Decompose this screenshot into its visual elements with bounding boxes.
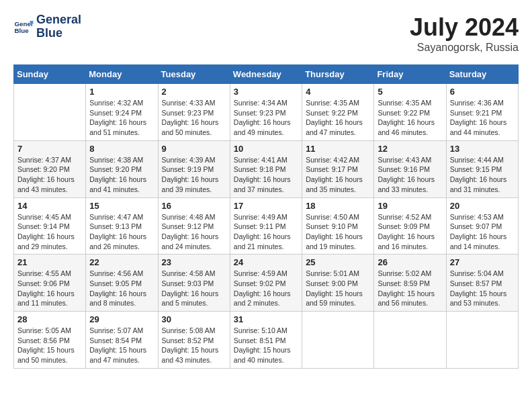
calendar-cell: 29Sunrise: 5:07 AMSunset: 8:54 PMDayligh… <box>86 312 158 369</box>
day-info: Sunrise: 4:55 AMSunset: 9:06 PMDaylight:… <box>17 269 82 308</box>
week-row-2: 7Sunrise: 4:37 AMSunset: 9:20 PMDaylight… <box>14 140 519 197</box>
day-info: Sunrise: 5:01 AMSunset: 9:00 PMDaylight:… <box>306 269 370 308</box>
day-number: 25 <box>306 257 370 267</box>
day-info: Sunrise: 4:36 AMSunset: 9:21 PMDaylight:… <box>450 98 515 138</box>
day-number: 16 <box>162 201 226 211</box>
day-info: Sunrise: 5:08 AMSunset: 8:52 PMDaylight:… <box>162 326 226 365</box>
day-info: Sunrise: 4:53 AMSunset: 9:07 PMDaylight:… <box>450 212 515 252</box>
day-info: Sunrise: 4:34 AMSunset: 9:23 PMDaylight:… <box>234 98 298 138</box>
logo: General Blue General Blue <box>13 13 81 40</box>
calendar-cell: 15Sunrise: 4:47 AMSunset: 9:13 PMDayligh… <box>86 197 158 255</box>
day-info: Sunrise: 4:48 AMSunset: 9:12 PMDaylight:… <box>162 212 226 252</box>
calendar-cell: 13Sunrise: 4:44 AMSunset: 9:15 PMDayligh… <box>446 140 518 197</box>
svg-text:Blue: Blue <box>15 27 30 34</box>
day-number: 21 <box>17 257 82 267</box>
calendar-cell: 6Sunrise: 4:36 AMSunset: 9:21 PMDaylight… <box>446 84 518 141</box>
calendar-cell: 28Sunrise: 5:05 AMSunset: 8:56 PMDayligh… <box>14 312 86 369</box>
calendar-cell: 27Sunrise: 5:04 AMSunset: 8:57 PMDayligh… <box>446 255 518 312</box>
header-day-friday: Friday <box>374 65 446 84</box>
week-row-3: 14Sunrise: 4:45 AMSunset: 9:14 PMDayligh… <box>14 197 519 255</box>
month-year-title: July 2024 <box>410 13 519 42</box>
day-number: 24 <box>234 257 298 267</box>
calendar-cell: 25Sunrise: 5:01 AMSunset: 9:00 PMDayligh… <box>302 255 374 312</box>
calendar-cell: 31Sunrise: 5:10 AMSunset: 8:51 PMDayligh… <box>230 312 302 369</box>
day-number: 3 <box>234 87 298 97</box>
header-row: SundayMondayTuesdayWednesdayThursdayFrid… <box>14 65 519 84</box>
location-subtitle: Sayanogorsk, Russia <box>410 42 519 54</box>
day-number: 29 <box>89 314 154 324</box>
day-info: Sunrise: 5:04 AMSunset: 8:57 PMDaylight:… <box>450 269 515 308</box>
calendar-cell: 16Sunrise: 4:48 AMSunset: 9:12 PMDayligh… <box>158 197 230 255</box>
day-number: 15 <box>89 201 154 211</box>
day-info: Sunrise: 5:02 AMSunset: 8:59 PMDaylight:… <box>378 269 442 308</box>
day-info: Sunrise: 4:32 AMSunset: 9:24 PMDaylight:… <box>89 98 154 138</box>
calendar-cell: 14Sunrise: 4:45 AMSunset: 9:14 PMDayligh… <box>14 197 86 255</box>
day-info: Sunrise: 4:47 AMSunset: 9:13 PMDaylight:… <box>89 212 154 252</box>
calendar-cell <box>14 84 86 141</box>
day-number: 9 <box>162 144 226 154</box>
calendar-cell: 7Sunrise: 4:37 AMSunset: 9:20 PMDaylight… <box>14 140 86 197</box>
day-number: 18 <box>306 201 370 211</box>
day-info: Sunrise: 4:41 AMSunset: 9:18 PMDaylight:… <box>234 155 298 195</box>
calendar-cell: 3Sunrise: 4:34 AMSunset: 9:23 PMDaylight… <box>230 84 302 141</box>
calendar-cell: 20Sunrise: 4:53 AMSunset: 9:07 PMDayligh… <box>446 197 518 255</box>
calendar-cell: 8Sunrise: 4:38 AMSunset: 9:20 PMDaylight… <box>86 140 158 197</box>
day-number: 2 <box>162 87 226 97</box>
calendar-cell: 22Sunrise: 4:56 AMSunset: 9:05 PMDayligh… <box>86 255 158 312</box>
day-number: 5 <box>378 87 442 97</box>
day-info: Sunrise: 4:45 AMSunset: 9:14 PMDaylight:… <box>17 212 82 252</box>
header-day-sunday: Sunday <box>14 65 86 84</box>
calendar-cell: 9Sunrise: 4:39 AMSunset: 9:19 PMDaylight… <box>158 140 230 197</box>
calendar-cell: 11Sunrise: 4:42 AMSunset: 9:17 PMDayligh… <box>302 140 374 197</box>
day-info: Sunrise: 4:56 AMSunset: 9:05 PMDaylight:… <box>89 269 154 308</box>
day-info: Sunrise: 4:49 AMSunset: 9:11 PMDaylight:… <box>234 212 298 252</box>
title-block: July 2024 Sayanogorsk, Russia <box>410 13 519 54</box>
day-number: 6 <box>450 87 515 97</box>
calendar-cell <box>302 312 374 369</box>
calendar-cell: 17Sunrise: 4:49 AMSunset: 9:11 PMDayligh… <box>230 197 302 255</box>
day-info: Sunrise: 5:05 AMSunset: 8:56 PMDaylight:… <box>17 326 82 365</box>
week-row-5: 28Sunrise: 5:05 AMSunset: 8:56 PMDayligh… <box>14 312 519 369</box>
day-number: 12 <box>378 144 442 154</box>
day-info: Sunrise: 4:38 AMSunset: 9:20 PMDaylight:… <box>89 155 154 195</box>
week-row-4: 21Sunrise: 4:55 AMSunset: 9:06 PMDayligh… <box>14 255 519 312</box>
calendar-cell: 2Sunrise: 4:33 AMSunset: 9:23 PMDaylight… <box>158 84 230 141</box>
day-number: 13 <box>450 144 515 154</box>
calendar-cell: 21Sunrise: 4:55 AMSunset: 9:06 PMDayligh… <box>14 255 86 312</box>
day-number: 8 <box>89 144 154 154</box>
day-info: Sunrise: 4:52 AMSunset: 9:09 PMDaylight:… <box>378 212 442 252</box>
calendar-cell: 26Sunrise: 5:02 AMSunset: 8:59 PMDayligh… <box>374 255 446 312</box>
day-number: 11 <box>306 144 370 154</box>
week-row-1: 1Sunrise: 4:32 AMSunset: 9:24 PMDaylight… <box>14 84 519 141</box>
day-number: 28 <box>17 314 82 324</box>
day-info: Sunrise: 4:39 AMSunset: 9:19 PMDaylight:… <box>162 155 226 195</box>
day-info: Sunrise: 5:10 AMSunset: 8:51 PMDaylight:… <box>234 326 298 365</box>
header-day-saturday: Saturday <box>446 65 518 84</box>
calendar-cell: 1Sunrise: 4:32 AMSunset: 9:24 PMDaylight… <box>86 84 158 141</box>
day-number: 23 <box>162 257 226 267</box>
day-number: 30 <box>162 314 226 324</box>
header-day-wednesday: Wednesday <box>230 65 302 84</box>
calendar-table: SundayMondayTuesdayWednesdayThursdayFrid… <box>13 64 519 369</box>
day-number: 7 <box>17 144 82 154</box>
day-info: Sunrise: 4:50 AMSunset: 9:10 PMDaylight:… <box>306 212 370 252</box>
day-info: Sunrise: 4:35 AMSunset: 9:22 PMDaylight:… <box>378 98 442 138</box>
calendar-cell: 19Sunrise: 4:52 AMSunset: 9:09 PMDayligh… <box>374 197 446 255</box>
day-info: Sunrise: 4:59 AMSunset: 9:02 PMDaylight:… <box>234 269 298 308</box>
day-number: 19 <box>378 201 442 211</box>
calendar-cell <box>446 312 518 369</box>
day-number: 20 <box>450 201 515 211</box>
day-info: Sunrise: 5:07 AMSunset: 8:54 PMDaylight:… <box>89 326 154 365</box>
day-info: Sunrise: 4:35 AMSunset: 9:22 PMDaylight:… <box>306 98 370 138</box>
calendar-cell: 23Sunrise: 4:58 AMSunset: 9:03 PMDayligh… <box>158 255 230 312</box>
day-info: Sunrise: 4:43 AMSunset: 9:16 PMDaylight:… <box>378 155 442 195</box>
header-day-thursday: Thursday <box>302 65 374 84</box>
calendar-cell: 24Sunrise: 4:59 AMSunset: 9:02 PMDayligh… <box>230 255 302 312</box>
day-number: 27 <box>450 257 515 267</box>
logo-text-general: General <box>36 13 81 27</box>
day-number: 10 <box>234 144 298 154</box>
day-number: 26 <box>378 257 442 267</box>
day-number: 17 <box>234 201 298 211</box>
calendar-cell: 5Sunrise: 4:35 AMSunset: 9:22 PMDaylight… <box>374 84 446 141</box>
calendar-cell: 18Sunrise: 4:50 AMSunset: 9:10 PMDayligh… <box>302 197 374 255</box>
